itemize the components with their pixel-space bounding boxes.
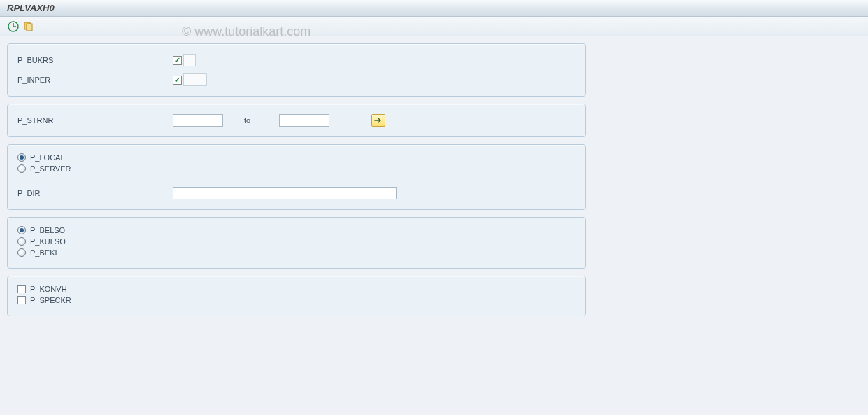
p-inper-label: P_INPER (17, 76, 173, 84)
execute-icon[interactable] (7, 20, 20, 33)
p-speckr-checkbox[interactable] (17, 296, 26, 304)
range-to-label: to (244, 116, 258, 125)
p-bukrs-label: P_BUKRS (17, 56, 173, 64)
p-strnr-label: P_STRNR (17, 116, 173, 125)
p-bukrs-field[interactable] (183, 54, 196, 66)
p-bukrs-checkbox[interactable] (173, 56, 182, 65)
p-belso-radio[interactable] (17, 226, 26, 234)
p-kulso-label: P_KULSO (30, 237, 66, 246)
multiple-selection-button[interactable] (371, 114, 385, 127)
p-beki-radio[interactable] (17, 248, 26, 257)
window-title: RPLVAXH0 (0, 0, 868, 17)
p-strnr-from-input[interactable] (173, 114, 223, 127)
group-company-period: P_BUKRS P_INPER (7, 43, 586, 97)
p-kulso-radio[interactable] (17, 237, 26, 246)
p-server-label: P_SERVER (30, 164, 71, 173)
p-server-radio[interactable] (17, 164, 26, 173)
p-beki-label: P_BEKI (30, 248, 57, 257)
radio-row-kulso[interactable]: P_KULSO (17, 237, 576, 246)
radio-row-server[interactable]: P_SERVER (17, 164, 576, 173)
application-toolbar (0, 17, 868, 36)
p-strnr-to-input[interactable] (279, 114, 329, 127)
p-inper-field[interactable] (183, 73, 207, 86)
check-row-speckr[interactable]: P_SPECKR (17, 296, 576, 304)
radio-row-belso[interactable]: P_BELSO (17, 226, 576, 234)
radio-row-beki[interactable]: P_BEKI (17, 248, 576, 257)
group-strnr-range: P_STRNR to (7, 104, 586, 137)
svg-rect-2 (27, 24, 32, 31)
get-variant-icon[interactable] (22, 20, 35, 33)
group-konvh-speckr: P_KONVH P_SPECKR (7, 276, 586, 316)
group-file-location: P_LOCAL P_SERVER P_DIR (7, 144, 586, 210)
p-konvh-checkbox[interactable] (17, 285, 26, 293)
radio-row-local[interactable]: P_LOCAL (17, 153, 576, 162)
p-konvh-label: P_KONVH (30, 285, 67, 293)
check-row-konvh[interactable]: P_KONVH (17, 285, 576, 293)
p-inper-checkbox[interactable] (173, 76, 182, 85)
group-belso-kulso: P_BELSO P_KULSO P_BEKI (7, 217, 586, 269)
p-dir-label: P_DIR (17, 189, 173, 197)
p-local-radio[interactable] (17, 153, 26, 162)
p-speckr-label: P_SPECKR (30, 296, 71, 304)
selection-screen: P_BUKRS P_INPER P_STRNR to (0, 36, 868, 330)
p-belso-label: P_BELSO (30, 226, 65, 234)
p-dir-input[interactable] (173, 187, 397, 199)
p-local-label: P_LOCAL (30, 153, 65, 162)
